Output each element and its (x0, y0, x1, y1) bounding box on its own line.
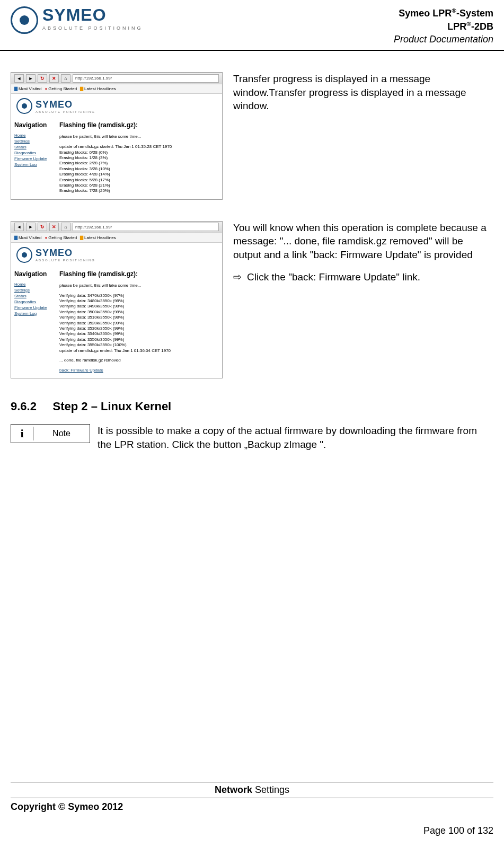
url-bar: http://192.168.1.99/ (73, 74, 219, 83)
instruction-row-2: ◄ ► ↻ ✕ ⌂ http://192.168.1.99/ ▇Most Vis… (11, 221, 493, 378)
url-bar-2: http://192.168.1.99/ (73, 223, 219, 231)
browser-toolbar: ◄ ► ↻ ✕ ⌂ http://192.168.1.99/ (11, 73, 222, 84)
log-line: Verifying data: 3530k/3550k (99%) (59, 326, 219, 331)
ss-logo-text: SYMEO (36, 99, 95, 110)
stop-icon: ✕ (49, 74, 59, 83)
reload-icon: ↻ (38, 74, 47, 83)
bookmark-most-visited: ▇Most Visited (14, 235, 41, 240)
logo-icon (11, 6, 38, 34)
note-label: Note (33, 429, 90, 438)
ss-nav-diagnostics: Diagnostics (14, 299, 59, 304)
instruction-row-1: ◄ ► ↻ ✕ ⌂ http://192.168.1.99/ ▇Most Vis… (11, 72, 493, 200)
home-icon: ⌂ (61, 223, 70, 231)
home-icon: ⌂ (61, 74, 70, 83)
ss-logo-icon (16, 247, 32, 263)
log-line: Erasing blocks: 5/28 (17%) (59, 178, 219, 183)
ss-back-link: back: Firmware Update (59, 368, 219, 373)
bookmark-bar-2: ▇Most Visited ●Getting Started ▇Latest H… (11, 233, 222, 243)
logo-text: SYMEO (42, 6, 143, 23)
log-line: Erasing blocks: 7/28 (25%) (59, 188, 219, 193)
ss-main: Flashing file (ramdisk.gz): please be pa… (59, 121, 219, 194)
ss-main-title: Flashing file (ramdisk.gz): (59, 121, 219, 129)
desc-2: You will know when this operation is com… (233, 221, 493, 378)
log-line: Verifying data: 3500k/3550k (98%) (59, 310, 219, 315)
log-line: Verifying data: 3490k/3550k (98%) (59, 304, 219, 309)
log-line: update of ramdisk.gz started: Thu Jan 1 … (59, 144, 219, 149)
log-line: Erasing blocks: 6/28 (21%) (59, 183, 219, 188)
doc-title-1a: Symeo LPR (399, 8, 452, 19)
section-heading: 9.6.2 Step 2 – Linux Kernel (11, 400, 493, 413)
ss-nav-title: Navigation (14, 121, 59, 129)
ss-log-lines-1: update of ramdisk.gz started: Thu Jan 1 … (59, 144, 219, 194)
desc-1: Transfer progress is displayed in a mess… (233, 72, 493, 200)
note-box: i Note (11, 424, 90, 443)
log-line: Erasing blocks: 4/28 (14%) (59, 172, 219, 177)
stop-icon: ✕ (49, 223, 59, 231)
footer-section: Network Settings (11, 782, 493, 798)
bookmark-latest: ▇Latest Headlines (80, 235, 116, 240)
arrow-icon: ⇨ (233, 270, 242, 284)
log-line: Verifying data: 3510k/3550k (98%) (59, 315, 219, 320)
reg-mark: ® (452, 7, 456, 14)
ss-logo-text: SYMEO (36, 248, 95, 259)
desc-2-text: You will know when this operation is com… (233, 221, 493, 262)
section-number: 9.6.2 (11, 400, 37, 413)
desc-2-action-text: Click the "back: Firmware Update" link. (247, 270, 420, 284)
ss-done: ... done, file ramdisk.gz removed (59, 358, 219, 363)
ss-nav-diagnostics: Diagnostics (14, 151, 59, 155)
bookmark-getting-started: ●Getting Started (45, 235, 77, 240)
log-line: Erasing blocks: 1/28 (3%) (59, 155, 219, 161)
ss-wait: please be patient, this will take some t… (59, 283, 219, 288)
ss-wait: please be patient, this will take some t… (59, 134, 219, 139)
ss-nav-status: Status (14, 294, 59, 298)
footer-section-rest: Settings (252, 784, 289, 795)
log-line: Erasing blocks: 3/28 (10%) (59, 166, 219, 172)
ss-nav-settings: Settings (14, 288, 59, 293)
back-icon: ◄ (14, 74, 24, 83)
ss-logo-sub: ABSOLUTE POSITIONING (36, 259, 95, 262)
ss-nav-home: Home (14, 133, 59, 138)
back-icon: ◄ (14, 223, 24, 231)
doc-title-2a: LPR (447, 21, 466, 32)
ss-logo-2: SYMEO ABSOLUTE POSITIONING (11, 243, 222, 270)
bookmark-most-visited: ▇Most Visited (14, 86, 41, 91)
page-footer: Network Settings Copyright © Symeo 2012 … (0, 782, 504, 847)
doc-subtitle: Product Documentation (394, 33, 493, 46)
ss-nav-firmware: Firmware Update (14, 156, 59, 161)
log-line: Verifying data: 3470k/3550k (97%) (59, 293, 219, 298)
ss-logo-icon (16, 98, 32, 114)
doc-title-1b: -System (456, 8, 493, 19)
reg-mark-2: ® (466, 20, 471, 27)
ss-nav-syslog: System Log (14, 162, 59, 167)
bookmark-getting-started: ●Getting Started (45, 86, 77, 91)
ss-logo: SYMEO ABSOLUTE POSITIONING (11, 94, 222, 121)
logo-subtext: ABSOLUTE POSITIONING (42, 25, 143, 31)
ss-nav-syslog: System Log (14, 311, 59, 316)
log-line: Verifying data: 3480k/3550k (98%) (59, 298, 219, 304)
forward-icon: ► (26, 74, 36, 83)
log-line: Erasing blocks: 2/28 (7%) (59, 161, 219, 166)
screenshot-2: ◄ ► ↻ ✕ ⌂ http://192.168.1.99/ ▇Most Vis… (11, 221, 223, 378)
ss-nav-title: Navigation (14, 270, 59, 278)
page-header: SYMEO ABSOLUTE POSITIONING Symeo LPR®-Sy… (0, 0, 504, 51)
footer-page: Page 100 of 132 (11, 825, 493, 836)
ss-logo-sub: ABSOLUTE POSITIONING (36, 110, 95, 113)
ss-main-2: Flashing file (ramdisk.gz): please be pa… (59, 270, 219, 373)
desc-2-action: ⇨ Click the "back: Firmware Update" link… (233, 270, 493, 284)
info-icon: i (11, 427, 33, 440)
section-title: Step 2 – Linux Kernel (53, 400, 172, 413)
ss-nav-firmware: Firmware Update (14, 305, 59, 310)
note-text: It is possible to make a copy of the act… (98, 424, 493, 451)
log-line: Verifying data: 3550k/3550k (99%) (59, 337, 219, 342)
ss-nav-2: Navigation Home Settings Status Diagnost… (14, 270, 59, 373)
log-line: Verifying data: 3540k/3550k (99%) (59, 331, 219, 337)
ss-main-title: Flashing file (ramdisk.gz): (59, 270, 219, 278)
ss-nav: Navigation Home Settings Status Diagnost… (14, 121, 59, 194)
doc-title-2b: -2DB (471, 21, 493, 32)
log-line: Erasing blocks: 0/28 (0%) (59, 150, 219, 155)
log-line: update of ramdisk.gz ended: Thu Jan 1 01… (59, 348, 219, 354)
bookmark-bar: ▇Most Visited ●Getting Started ▇Latest H… (11, 84, 222, 94)
ss-nav-status: Status (14, 145, 59, 149)
log-line: Verifying data: 3520k/3550k (99%) (59, 321, 219, 326)
doc-title-block: Symeo LPR®-System LPR®-2DB Product Docum… (394, 6, 493, 46)
